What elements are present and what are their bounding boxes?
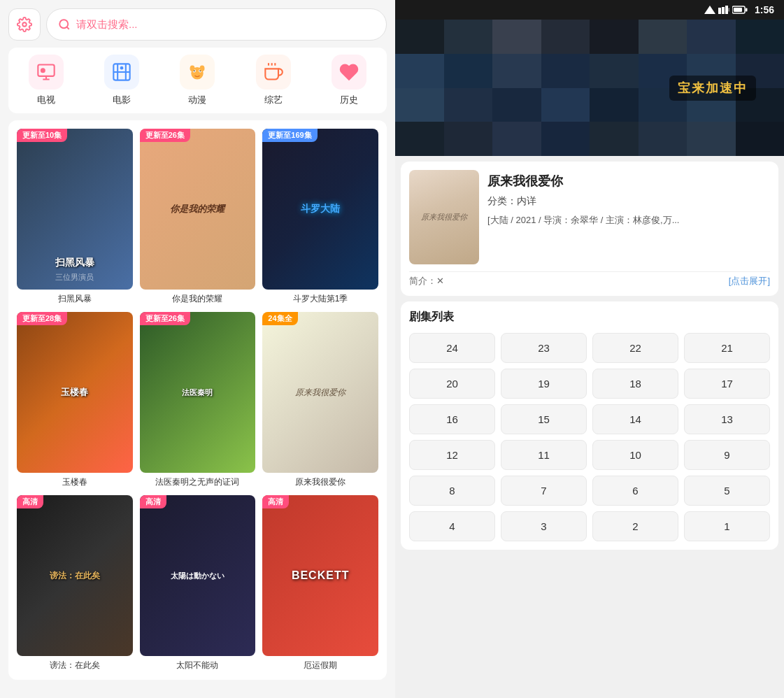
detail-desc: 简介：✕ [点击展开]	[409, 271, 770, 287]
svg-point-1	[59, 20, 68, 28]
detail-top: 原来我很爱你 原来我很爱你 分类：内详 [大陆 / 2021 / 导演：余翠华 …	[409, 170, 770, 264]
badge-8: 高清	[140, 495, 166, 508]
detail-desc-text: 简介：✕	[409, 275, 444, 287]
svg-rect-22	[722, 7, 725, 14]
grid-item-8[interactable]: 太陽は動かない 高清 太阳不能动	[140, 495, 256, 671]
cat-icon-tv	[29, 55, 64, 90]
episode-btn-18[interactable]: 18	[592, 369, 678, 399]
svg-rect-27	[746, 8, 748, 12]
detail-poster-text: 原来我很爱你	[417, 208, 471, 227]
episode-btn-17[interactable]: 17	[684, 369, 770, 399]
episode-btn-10[interactable]: 10	[592, 440, 678, 470]
search-bar: 请双击搜索...	[8, 8, 387, 41]
poster-title-3: 斗罗大陆第1季	[262, 293, 378, 305]
episode-btn-22[interactable]: 22	[592, 333, 678, 363]
detail-title: 原来我很爱你	[487, 173, 770, 190]
poster-title-5: 法医秦明之无声的证词	[140, 476, 256, 488]
cat-label-variety: 综艺	[264, 94, 283, 106]
grid-item-2[interactable]: 你是我的荣耀 更新至26集 你是我的荣耀	[140, 129, 256, 305]
svg-rect-3	[38, 65, 54, 76]
episode-btn-8[interactable]: 8	[409, 476, 495, 506]
episode-btn-11[interactable]: 11	[501, 440, 587, 470]
episode-btn-19[interactable]: 19	[501, 369, 587, 399]
badge-3: 更新至169集	[262, 129, 317, 142]
svg-point-15	[190, 65, 195, 71]
badge-5: 更新至26集	[140, 312, 190, 325]
grid-item-6[interactable]: 原来我很爱你 24集全 原来我很爱你	[262, 312, 378, 488]
episode-btn-2[interactable]: 2	[592, 511, 678, 541]
cat-icon-movie	[104, 55, 139, 90]
svg-rect-23	[725, 6, 728, 14]
svg-point-4	[41, 68, 45, 73]
svg-marker-20	[704, 6, 715, 14]
status-icons	[704, 6, 748, 14]
cat-item-tv[interactable]: 电视	[18, 55, 74, 106]
content-grid: 扫黑风暴 三位男演员 更新至10集 扫黑风暴 你是我的荣耀 更新至26集 你是我…	[8, 120, 387, 680]
left-panel: 请双击搜索... 电视	[0, 0, 395, 698]
episode-btn-3[interactable]: 3	[501, 511, 587, 541]
episode-btn-16[interactable]: 16	[409, 404, 495, 434]
cat-item-history[interactable]: 历史	[321, 55, 377, 106]
cat-label-history: 历史	[340, 94, 358, 106]
cat-label-anime: 动漫	[188, 94, 206, 106]
badge-7: 高清	[17, 495, 43, 508]
poster-title-6: 原来我很爱你	[262, 476, 378, 488]
badge-9: 高清	[262, 495, 289, 508]
poster-title-9: 厄运假期	[262, 660, 378, 671]
episode-btn-15[interactable]: 15	[501, 404, 587, 434]
cat-icon-history	[332, 55, 366, 90]
cat-item-movie[interactable]: 电影	[94, 55, 150, 106]
cat-icon-anime	[180, 55, 215, 90]
episode-btn-13[interactable]: 13	[684, 404, 770, 434]
episode-btn-4[interactable]: 4	[409, 511, 495, 541]
svg-point-9	[120, 66, 124, 70]
episode-section: 剧集列表 24232221201918171615141312111098765…	[401, 301, 778, 550]
search-input[interactable]: 请双击搜索...	[46, 8, 387, 41]
detail-category: 分类：内详	[487, 195, 770, 208]
grid-item-7[interactable]: 谤法：在此矣 高清 谤法：在此矣	[17, 495, 133, 671]
detail-expand-button[interactable]: [点击展开]	[729, 275, 770, 287]
svg-rect-26	[734, 8, 742, 12]
episode-btn-6[interactable]: 6	[592, 476, 678, 506]
episode-btn-20[interactable]: 20	[409, 369, 495, 399]
episode-btn-12[interactable]: 12	[409, 440, 495, 470]
episode-btn-21[interactable]: 21	[684, 333, 770, 363]
grid-item-1[interactable]: 扫黑风暴 三位男演员 更新至10集 扫黑风暴	[17, 129, 133, 305]
grid-item-3[interactable]: 斗罗大陆 更新至169集 斗罗大陆第1季	[262, 129, 378, 305]
category-nav: 电视 电影	[8, 48, 387, 113]
poster-title-4: 玉楼春	[17, 476, 133, 488]
detail-meta: [大陆 / 2021 / 导演：余翠华 / 主演：林彦俊,万...	[487, 213, 770, 227]
svg-point-0	[22, 22, 27, 27]
poster-title-8: 太阳不能动	[140, 660, 256, 671]
cat-label-tv: 电视	[37, 94, 55, 106]
episode-btn-14[interactable]: 14	[592, 404, 678, 434]
grid-item-9[interactable]: BECKETT 高清 厄运假期	[262, 495, 378, 671]
status-time: 1:56	[755, 4, 774, 15]
episode-btn-7[interactable]: 7	[501, 476, 587, 506]
episode-section-title: 剧集列表	[409, 310, 770, 325]
episode-btn-9[interactable]: 9	[684, 440, 770, 470]
grid-item-4[interactable]: 玉楼春 更新至28集 玉楼春	[17, 312, 133, 488]
settings-button[interactable]	[8, 8, 41, 41]
svg-line-2	[66, 27, 69, 29]
svg-rect-24	[729, 8, 729, 11]
badge-2: 更新至26集	[140, 129, 190, 142]
svg-rect-21	[718, 8, 721, 14]
cat-label-movie: 电影	[113, 94, 131, 106]
poster-title-7: 谤法：在此矣	[17, 660, 133, 671]
episode-btn-1[interactable]: 1	[684, 511, 770, 541]
svg-point-16	[200, 65, 205, 71]
episode-btn-24[interactable]: 24	[409, 333, 495, 363]
episode-btn-5[interactable]: 5	[684, 476, 770, 506]
search-placeholder: 请双击搜索...	[76, 18, 138, 31]
status-bar: 1:56	[395, 0, 784, 20]
detail-info: 原来我很爱你 分类：内详 [大陆 / 2021 / 导演：余翠华 / 主演：林彦…	[487, 170, 770, 264]
badge-6: 24集全	[262, 312, 297, 325]
cat-item-anime[interactable]: 动漫	[169, 55, 225, 106]
episode-btn-23[interactable]: 23	[501, 333, 587, 363]
badge-4: 更新至28集	[17, 312, 67, 325]
cat-item-variety[interactable]: 综艺	[245, 55, 301, 106]
detail-poster[interactable]: 原来我很爱你	[409, 170, 479, 264]
grid-item-5[interactable]: 法医秦明 更新至26集 法医秦明之无声的证词	[140, 312, 256, 488]
poster-title-2: 你是我的荣耀	[140, 293, 256, 305]
